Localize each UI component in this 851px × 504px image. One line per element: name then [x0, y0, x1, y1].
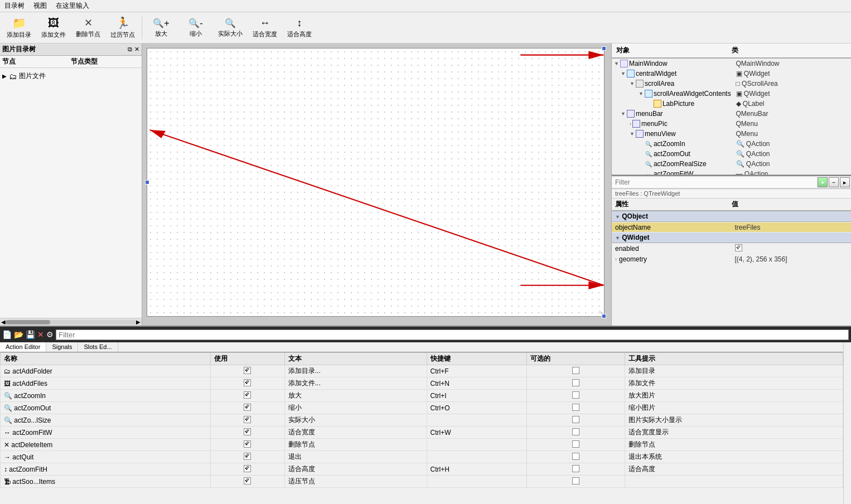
canvas-area[interactable]: ↘ — [142, 43, 611, 326]
action-shortcut-cell: Ctrl+H — [427, 463, 526, 476]
col-text: 文本 — [284, 353, 427, 365]
toolbar-zoom-out[interactable]: 🔍- 缩小 — [179, 17, 212, 39]
expand-qwidget[interactable]: ▼ — [615, 235, 620, 241]
action-row[interactable]: → actQuit ✓ 退出 退出本系统 — [1, 451, 843, 463]
action-delete-icon[interactable]: ✕ — [37, 330, 44, 339]
tree-item-picture-file[interactable]: ▶ 🗂 图片文件 — [2, 70, 139, 82]
scrollbar-track[interactable] — [6, 320, 136, 324]
action-used-cell: ✓ — [210, 377, 284, 390]
scroll-right-icon[interactable]: ▶ — [136, 319, 141, 325]
expand-menubar[interactable]: ▼ — [621, 111, 626, 117]
action-text-cell: 适压节点 — [284, 476, 427, 488]
handle-top-right[interactable] — [602, 46, 606, 51]
action-row[interactable]: ↕ actZoomFitH ✓ 适合高度 Ctrl+H 适合高度 — [1, 463, 843, 476]
action-row[interactable]: 🔍 actZoomOut ✓ 缩小 Ctrl+O 缩小图片 — [1, 402, 843, 414]
action-row[interactable]: 🔍 actZoomIn ✓ 放大 Ctrl+I 放大图片 — [1, 390, 843, 402]
tree-item-label: 图片文件 — [19, 71, 46, 81]
prop-table[interactable]: ▼ QObject objectName treeFiles ▼ — [612, 211, 851, 326]
obj-row-menubar[interactable]: ▼ menuBar QMenuBar — [612, 109, 851, 119]
filter-arrow-btn[interactable]: ▸ — [840, 177, 850, 187]
panel-float-icon[interactable]: ⧉ — [128, 46, 132, 53]
action-row[interactable]: 🗜 actSoo...Items ✓ 适压节点 — [1, 476, 843, 488]
panel-close-icon[interactable]: ✕ — [134, 46, 139, 53]
scroll-left-icon[interactable]: ◀ — [1, 319, 6, 325]
obj-row-labpicture[interactable]: ▼ LabPicture ◆ QLabel — [612, 99, 851, 109]
expand-centralwidget[interactable]: ▼ — [621, 71, 626, 76]
obj-class-labpicture: ◆ QLabel — [732, 100, 852, 108]
horizontal-scrollbar[interactable]: ◀ ▶ — [0, 318, 142, 326]
properties-filter-input[interactable] — [612, 177, 816, 187]
col-shortcut: 快捷键 — [427, 353, 526, 365]
expand-labpicture[interactable]: ▼ — [647, 101, 652, 106]
toolbar-fit-height[interactable]: ↕ 适合高度 — [283, 16, 316, 40]
tab-signals[interactable]: Signals — [46, 342, 78, 352]
tab-slots[interactable]: Slots Ed... — [78, 342, 118, 352]
scrollarea-icon — [636, 80, 644, 88]
object-tree[interactable]: ▼ MainWindow QMainWindow ▼ centralW — [612, 59, 851, 175]
prop-row-objectname[interactable]: objectName treeFiles — [612, 222, 851, 232]
tree-arrow-icon[interactable]: ▶ — [2, 73, 7, 79]
expand-menupic[interactable]: › — [630, 121, 631, 127]
obj-row-actzoomin[interactable]: ▼ 🔍 actZoomIn 🔍 QAction — [612, 139, 851, 149]
action-save-icon[interactable]: 💾 — [26, 330, 35, 339]
action-tooltip-cell: 放大图片 — [625, 390, 843, 402]
action-row[interactable]: 🗂 actAddFolder ✓ 添加目录... Ctrl+F 添加目录 — [1, 365, 843, 377]
action-tooltip-cell: 退出本系统 — [625, 451, 843, 463]
action-open-icon[interactable]: 📂 — [14, 330, 23, 339]
toolbar-add-folder-label: 添加目录 — [7, 31, 31, 39]
bottom-scrollbar[interactable] — [843, 342, 851, 504]
fit-width-icon: ↔ — [260, 17, 270, 29]
obj-row-centralwidget[interactable]: ▼ centralWidget ▣ QWidget — [612, 69, 851, 79]
expand-actzoomin: ▼ — [639, 141, 644, 147]
filter-remove-btn[interactable]: − — [829, 177, 839, 187]
expand-menuview[interactable]: ▼ — [630, 131, 635, 137]
toolbar-actual-size[interactable]: 🔍 实际大小 — [214, 17, 247, 39]
action-used-cell: ✓ — [210, 402, 284, 414]
action-row[interactable]: ✕ actDeleteItem ✓ 删除节点 删除节点 — [1, 439, 843, 451]
obj-row-actzoomout[interactable]: ▼ 🔍 actZoomOut 🔍 QAction — [612, 149, 851, 159]
obj-row-scrollarea[interactable]: ▼ scrollArea □ QScrollArea — [612, 79, 851, 89]
toolbar-add-folder[interactable]: 📁 添加目录 — [2, 15, 36, 40]
obj-row-actzoomfitw[interactable]: ▼ ↔ actZoomFitW — QAction — [612, 169, 851, 175]
action-table[interactable]: 名称 使用 文本 快捷键 可选的 工具提示 🗂 actAddFolder ✓ 添… — [0, 352, 843, 504]
menu-item-view[interactable]: 视图 — [33, 1, 47, 11]
toolbar-zoom-in[interactable]: 🔍+ 放大 — [144, 17, 178, 39]
obj-row-menuview[interactable]: ▼ menuView QMenu — [612, 129, 851, 139]
toolbar-delete-node[interactable]: ✕ 删除节点 — [71, 16, 105, 40]
obj-row-actzoomrealsize[interactable]: ▼ 🔍 actZoomRealSize 🔍 QAction — [612, 159, 851, 169]
expand-scrollareacontents[interactable]: ▼ — [639, 91, 644, 96]
obj-row-mainwindow[interactable]: ▼ MainWindow QMainWindow — [612, 59, 851, 69]
obj-class-menupic: QMenu — [732, 120, 852, 128]
section-qwidget: ▼ QWidget — [612, 232, 851, 244]
expand-mainwindow[interactable]: ▼ — [614, 61, 619, 66]
menu-item-directorytree[interactable]: 目录树 — [4, 1, 25, 11]
scrollbar-thumb[interactable] — [6, 320, 50, 324]
prop-row-enabled[interactable]: enabled ✓ — [612, 244, 851, 254]
toolbar-traverse[interactable]: 🏃 过历节点 — [106, 15, 139, 40]
action-settings-icon[interactable]: ⚙ — [46, 330, 54, 339]
expand-scrollarea[interactable]: ▼ — [630, 81, 635, 86]
menu-item-input[interactable]: 在这里输入 — [56, 1, 89, 11]
action-shortcut-cell — [427, 414, 526, 427]
action-new-icon[interactable]: 📄 — [2, 330, 12, 339]
obj-row-scrollareacontents[interactable]: ▼ scrollAreaWidgetContents ▣ QWidget — [612, 89, 851, 99]
action-row[interactable]: ↔ actZoomFitW ✓ 适合宽度 Ctrl+W 适合宽度显示 — [1, 427, 843, 439]
expand-qobject[interactable]: ▼ — [615, 214, 620, 220]
toolbar-fit-width[interactable]: ↔ 适合宽度 — [248, 16, 282, 40]
obj-row-menupic[interactable]: › menuPic QMenu — [612, 119, 851, 129]
section-header-qwidget: ▼ QWidget — [612, 232, 851, 243]
toolbar-add-file[interactable]: 🖼 添加文件 — [37, 16, 70, 40]
handle-left-middle[interactable] — [145, 180, 149, 185]
action-row[interactable]: 🔍 actZo...lSize ✓ 实际大小 图片实际大小显示 — [1, 414, 843, 427]
menuview-icon — [636, 130, 644, 138]
filter-add-btn[interactable]: + — [818, 177, 828, 187]
action-row[interactable]: 🖼 actAddFiles ✓ 添加文件... Ctrl+N 添加文件 — [1, 377, 843, 390]
prop-row-geometry[interactable]: › geometry [(4, 2), 256 x 356] — [612, 254, 851, 264]
bottom-tabs: Action Editor Signals Slots Ed... — [0, 342, 843, 352]
toolbar-fit-height-label: 适合高度 — [287, 30, 312, 38]
tree-content[interactable]: ▶ 🗂 图片文件 — [0, 68, 142, 318]
enabled-checkbox[interactable]: ✓ — [735, 244, 742, 251]
action-filter-input[interactable] — [56, 329, 849, 340]
expand-geometry[interactable]: › — [615, 256, 617, 262]
tab-action-editor[interactable]: Action Editor — [0, 342, 46, 352]
